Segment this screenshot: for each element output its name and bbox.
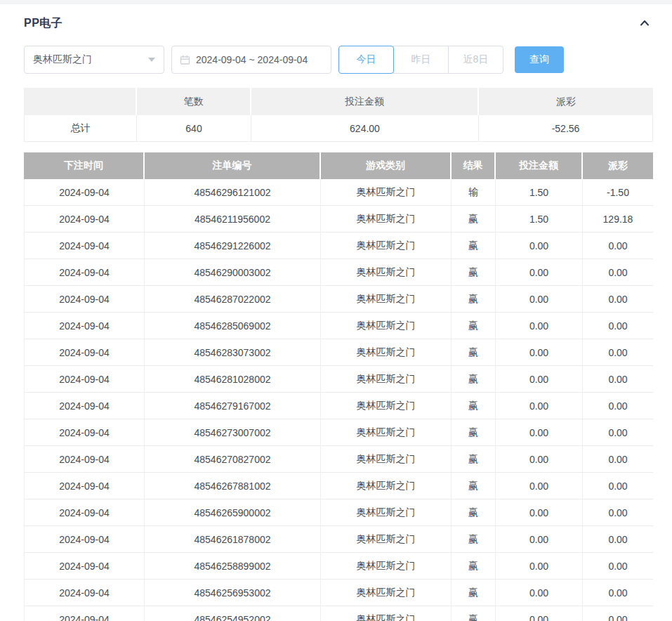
summary-header-row: 笔数 投注金额 派彩 — [24, 88, 653, 115]
cell-game-type: 奥林匹斯之门 — [321, 313, 452, 339]
table-row: 2024-09-0448546273007002奥林匹斯之门赢0.000.00 — [24, 419, 653, 446]
cell-game-type: 奥林匹斯之门 — [321, 580, 452, 606]
cell-payout: 0.00 — [583, 580, 653, 606]
cell-bet-time: 2024-09-04 — [24, 179, 145, 206]
cell-result: 赢 — [452, 393, 496, 419]
summary-total-label: 总计 — [24, 115, 137, 142]
cell-order-number: 48546267881002 — [145, 473, 321, 499]
cell-order-number: 48546261878002 — [145, 526, 321, 553]
cell-order-number: 48546270827002 — [145, 446, 321, 473]
cell-payout: -1.50 — [583, 179, 653, 206]
calendar-icon — [180, 55, 190, 65]
table-row: 2024-09-0448546291226002奥林匹斯之门赢0.000.00 — [24, 233, 653, 259]
cell-bet-time: 2024-09-04 — [24, 339, 145, 366]
cell-order-number: 48546291226002 — [145, 233, 321, 259]
cell-bet-time: 2024-09-04 — [24, 366, 145, 393]
summary-header-bet-amount: 投注金额 — [251, 88, 479, 115]
cell-payout: 129.18 — [583, 206, 653, 233]
records-header-order-number: 注单编号 — [145, 152, 321, 179]
range-button-yesterday[interactable]: 昨日 — [393, 46, 449, 74]
cell-bet-amount: 0.00 — [496, 313, 583, 339]
cell-result: 赢 — [452, 606, 496, 621]
summary-total-bet-amount: 624.00 — [251, 115, 479, 142]
table-row: 2024-09-0448546258899002奥林匹斯之门赢0.000.00 — [24, 553, 653, 580]
cell-order-number: 48546254952002 — [145, 606, 321, 621]
cell-bet-amount: 0.00 — [496, 419, 583, 446]
cell-game-type: 奥林匹斯之门 — [321, 419, 452, 446]
cell-order-number: 48546258899002 — [145, 553, 321, 580]
game-select[interactable]: 奥林匹斯之门 — [24, 46, 164, 74]
cell-bet-time: 2024-09-04 — [24, 580, 145, 606]
table-row: 2024-09-0448546279167002奥林匹斯之门赢0.000.00 — [24, 393, 653, 419]
cell-bet-time: 2024-09-04 — [24, 473, 145, 499]
cell-order-number: 48546256953002 — [145, 580, 321, 606]
table-row: 2024-09-0448546256953002奥林匹斯之门赢0.000.00 — [24, 580, 653, 606]
cell-game-type: 奥林匹斯之门 — [321, 233, 452, 259]
cell-result: 赢 — [452, 473, 496, 499]
cell-result: 赢 — [452, 526, 496, 553]
panel-header: PP电子 — [24, 15, 653, 32]
table-row: 2024-09-0448546267881002奥林匹斯之门赢0.000.00 — [24, 473, 653, 499]
range-button-last-8-days[interactable]: 近8日 — [448, 46, 503, 74]
cell-bet-time: 2024-09-04 — [24, 206, 145, 233]
table-row: 2024-09-0448546270827002奥林匹斯之门赢0.000.00 — [24, 446, 653, 473]
cell-payout: 0.00 — [583, 446, 653, 473]
table-row: 2024-09-0448546296121002奥林匹斯之门输1.50-1.50 — [24, 179, 653, 206]
cell-order-number: 48546265900002 — [145, 499, 321, 526]
table-row: 2024-09-0448546261878002奥林匹斯之门赢0.000.00 — [24, 526, 653, 553]
cell-game-type: 奥林匹斯之门 — [321, 339, 452, 366]
cell-result: 赢 — [452, 366, 496, 393]
cell-game-type: 奥林匹斯之门 — [321, 179, 452, 206]
cell-bet-amount: 0.00 — [496, 606, 583, 621]
cell-bet-amount: 0.00 — [496, 473, 583, 499]
cell-result: 赢 — [452, 286, 496, 313]
cell-order-number: 48546285069002 — [145, 313, 321, 339]
cell-bet-amount: 0.00 — [496, 339, 583, 366]
table-row: 2024-09-0448546281028002奥林匹斯之门赢0.000.00 — [24, 366, 653, 393]
pp-electronic-panel: PP电子 奥林匹斯之门 2024-09-04 ~ 2024-09-04 今日昨日… — [0, 15, 672, 621]
quick-range-button-group: 今日昨日近8日 — [338, 46, 503, 74]
records-header-row: 下注时间 注单编号 游戏类别 结果 投注金额 派彩 — [24, 152, 653, 179]
cell-bet-time: 2024-09-04 — [24, 286, 145, 313]
cell-game-type: 奥林匹斯之门 — [321, 553, 452, 580]
cell-result: 赢 — [452, 233, 496, 259]
range-button-today[interactable]: 今日 — [338, 46, 394, 74]
cell-bet-amount: 0.00 — [496, 580, 583, 606]
summary-header-payout: 派彩 — [479, 88, 653, 115]
cell-game-type: 奥林匹斯之门 — [321, 499, 452, 526]
cell-payout: 0.00 — [583, 393, 653, 419]
summary-total-payout: -52.56 — [479, 115, 653, 142]
cell-payout: 0.00 — [583, 473, 653, 499]
table-row: 2024-09-0448546290003002奥林匹斯之门赢0.000.00 — [24, 259, 653, 286]
cell-bet-amount: 0.00 — [496, 526, 583, 553]
records-header-result: 结果 — [452, 152, 496, 179]
cell-payout: 0.00 — [583, 286, 653, 313]
cell-result: 赢 — [452, 206, 496, 233]
cell-order-number: 48546211956002 — [145, 206, 321, 233]
cell-game-type: 奥林匹斯之门 — [321, 206, 452, 233]
chevron-up-icon — [638, 16, 652, 30]
cell-bet-amount: 0.00 — [496, 286, 583, 313]
cell-bet-amount: 0.00 — [496, 233, 583, 259]
cell-game-type: 奥林匹斯之门 — [321, 259, 452, 286]
cell-game-type: 奥林匹斯之门 — [321, 393, 452, 419]
collapse-panel-button[interactable] — [636, 15, 653, 32]
query-button[interactable]: 查询 — [515, 46, 564, 73]
summary-total-count: 640 — [137, 115, 251, 142]
date-range-value: 2024-09-04 ~ 2024-09-04 — [196, 54, 308, 65]
cell-bet-time: 2024-09-04 — [24, 313, 145, 339]
cell-payout: 0.00 — [583, 499, 653, 526]
cell-payout: 0.00 — [583, 553, 653, 580]
cell-result: 赢 — [452, 553, 496, 580]
cell-order-number: 48546279167002 — [145, 393, 321, 419]
date-range-input[interactable]: 2024-09-04 ~ 2024-09-04 — [171, 46, 331, 74]
cell-payout: 0.00 — [583, 526, 653, 553]
records-header-payout: 派彩 — [583, 152, 653, 179]
cell-bet-time: 2024-09-04 — [24, 446, 145, 473]
cell-payout: 0.00 — [583, 366, 653, 393]
cell-result: 赢 — [452, 313, 496, 339]
cell-bet-amount: 0.00 — [496, 553, 583, 580]
table-row: 2024-09-0448546211956002奥林匹斯之门赢1.50129.1… — [24, 206, 653, 233]
cell-result: 赢 — [452, 580, 496, 606]
cell-result: 赢 — [452, 259, 496, 286]
